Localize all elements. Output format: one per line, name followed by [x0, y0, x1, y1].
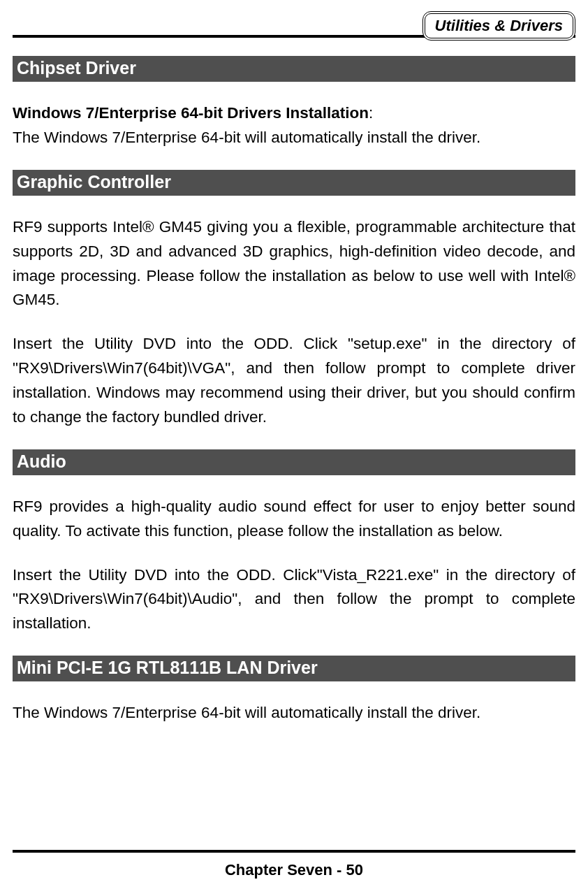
chipset-body: The Windows 7/Enterprise 64-bit will aut… — [13, 129, 480, 146]
page-footer: Chapter Seven - 50 — [0, 861, 588, 879]
bottom-rule — [13, 850, 575, 853]
page-content: Chipset Driver Windows 7/Enterprise 64-b… — [13, 56, 575, 745]
section-heading-lan: Mini PCI-E 1G RTL8111B LAN Driver — [13, 656, 575, 681]
chipset-subtitle-line: Windows 7/Enterprise 64-bit Drivers Inst… — [13, 101, 575, 150]
graphic-p1: RF9 supports Intel® GM45 giving you a fl… — [13, 215, 575, 313]
audio-p1: RF9 provides a high-quality audio sound … — [13, 495, 575, 544]
graphic-p2: Insert the Utility DVD into the ODD. Cli… — [13, 332, 575, 430]
header-title: Utilities & Drivers — [435, 17, 563, 34]
section-heading-audio: Audio — [13, 449, 575, 475]
chipset-subtitle-colon: : — [369, 104, 373, 122]
section-heading-chipset: Chipset Driver — [13, 56, 575, 82]
chipset-subtitle-bold: Windows 7/Enterprise 64-bit Drivers Inst… — [13, 104, 369, 122]
audio-p2: Insert the Utility DVD into the ODD. Cli… — [13, 563, 575, 637]
section-heading-graphic: Graphic Controller — [13, 170, 575, 196]
lan-p1: The Windows 7/Enterprise 64-bit will aut… — [13, 701, 575, 725]
header-title-box: Utilities & Drivers — [422, 11, 575, 41]
